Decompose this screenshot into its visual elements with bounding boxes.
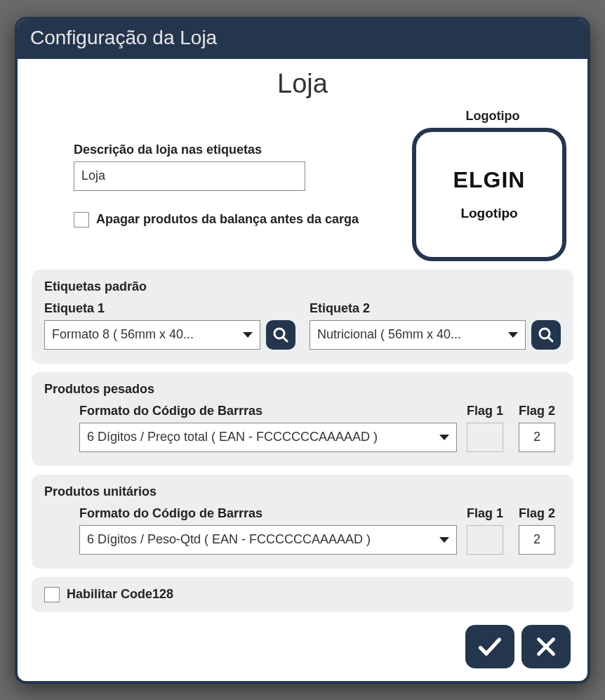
pesados-panel-title: Produtos pesados — [44, 382, 561, 397]
etiqueta1-select[interactable]: Formato 8 ( 56mm x 40... — [44, 320, 260, 350]
etiqueta1-search-button[interactable] — [266, 320, 295, 350]
pesados-flag1-input — [467, 423, 503, 452]
dialog-footer — [32, 621, 573, 668]
clear-products-row[interactable]: Apagar produtos da balança antes da carg… — [74, 212, 398, 227]
chevron-down-icon — [439, 435, 449, 440]
desc-label: Descrição da loja nas etiquetas — [74, 143, 398, 157]
code128-label: Habilitar Code128 — [67, 587, 173, 602]
unitarios-flag1-label: Flag 1 — [467, 506, 509, 521]
pesados-flag1-label: Flag 1 — [467, 404, 509, 418]
search-icon — [272, 326, 289, 343]
pesados-flag2-input[interactable] — [519, 423, 555, 452]
etiqueta1-value: Formato 8 ( 56mm x 40... — [52, 327, 194, 342]
content-area: Loja Descrição da loja nas etiquetas Apa… — [18, 59, 587, 681]
window-title: Configuração da Loja — [18, 20, 587, 59]
search-icon — [538, 326, 554, 343]
close-icon — [533, 634, 559, 659]
top-row: Descrição da loja nas etiquetas Apagar p… — [32, 109, 573, 261]
logo-brand: ELGIN — [453, 167, 526, 193]
svg-line-1 — [283, 337, 287, 341]
unitarios-format-select[interactable]: 6 Dígitos / Peso-Qtd ( EAN - FCCCCCCAAAA… — [79, 525, 457, 555]
chevron-down-icon — [508, 332, 518, 338]
page-title: Loja — [32, 69, 573, 99]
pesados-panel: Produtos pesados Formato do Código de Ba… — [32, 372, 573, 466]
clear-products-label: Apagar produtos da balança antes da carg… — [96, 212, 359, 227]
unitarios-panel: Produtos unitários Formato do Código de … — [32, 475, 573, 569]
etiqueta2-value: Nutricional ( 56mm x 40... — [317, 327, 461, 342]
chevron-down-icon — [243, 332, 253, 338]
clear-products-checkbox[interactable] — [74, 212, 89, 227]
description-column: Descrição da loja nas etiquetas Apagar p… — [32, 109, 398, 227]
check-icon — [476, 633, 504, 661]
etiquetas-panel: Etiquetas padrão Etiqueta 1 Formato 8 ( … — [32, 270, 573, 364]
logo-column: Logotipo ELGIN Logotipo — [412, 109, 573, 261]
svg-line-3 — [548, 337, 552, 341]
code128-checkbox[interactable] — [44, 587, 60, 602]
cancel-button[interactable] — [521, 625, 571, 668]
etiqueta2-search-button[interactable] — [531, 320, 561, 350]
logo-box[interactable]: ELGIN Logotipo — [412, 128, 566, 261]
desc-input[interactable] — [74, 161, 305, 191]
etiqueta1-label: Etiqueta 1 — [44, 301, 295, 316]
etiqueta2-select[interactable]: Nutricional ( 56mm x 40... — [310, 320, 526, 350]
unitarios-flag2-label: Flag 2 — [519, 506, 561, 521]
ok-button[interactable] — [465, 625, 514, 668]
pesados-format-value: 6 Dígitos / Preço total ( EAN - FCCCCCCA… — [87, 430, 378, 444]
logo-title: Logotipo — [412, 109, 573, 124]
unitarios-panel-title: Produtos unitários — [44, 484, 561, 499]
etiqueta2-label: Etiqueta 2 — [310, 301, 561, 316]
unitarios-flag2-input[interactable] — [519, 525, 555, 555]
etiqueta1-col: Etiqueta 1 Formato 8 ( 56mm x 40... — [44, 301, 295, 350]
pesados-format-select[interactable]: 6 Dígitos / Preço total ( EAN - FCCCCCCA… — [79, 423, 457, 452]
logo-caption: Logotipo — [460, 206, 517, 221]
code128-panel: Habilitar Code128 — [32, 577, 573, 612]
pesados-flag2-label: Flag 2 — [519, 404, 561, 418]
unitarios-format-value: 6 Dígitos / Peso-Qtd ( EAN - FCCCCCCAAAA… — [87, 532, 371, 547]
unitarios-flag1-input — [467, 525, 503, 555]
unitarios-format-label: Formato do Código de Barrras — [79, 506, 457, 521]
etiqueta2-col: Etiqueta 2 Nutricional ( 56mm x 40... — [310, 301, 561, 350]
etiquetas-panel-title: Etiquetas padrão — [44, 279, 561, 294]
pesados-format-label: Formato do Código de Barrras — [79, 404, 457, 418]
config-window: Configuração da Loja Loja Descrição da l… — [15, 17, 590, 684]
chevron-down-icon — [439, 537, 449, 543]
